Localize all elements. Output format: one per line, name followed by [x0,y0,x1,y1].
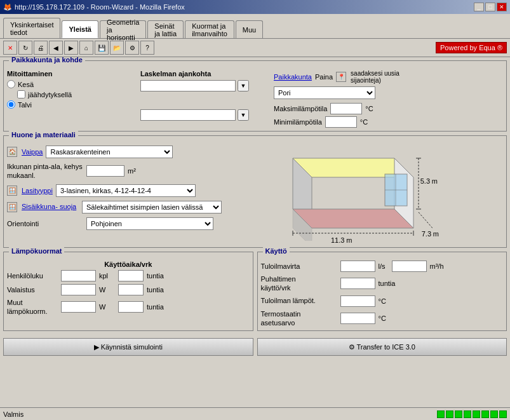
lasityyppi-icon[interactable]: 🪟 [7,186,17,196]
henkiloluku-time-unit: tuntia [147,272,169,280]
tab-kuormat[interactable]: Kuormat jailmanvaihto [185,20,234,38]
status-block-8 [499,410,507,418]
lampokuormat-title: Lämpökuormat [9,247,64,255]
jaahdytys-checkbox[interactable] [17,90,25,98]
vaippa-link[interactable]: Vaippa [22,148,43,156]
kesa-date-input[interactable]: 15 Hei 2008 [140,80,236,91]
muut-input[interactable]: 2419 [61,301,96,313]
muut-time-unit: tuntia [147,303,169,311]
help-button[interactable]: ? [140,41,154,55]
maksilampo-label: Maksimilämpötila [274,105,327,112]
bottom-buttons: ▶ Käynnistä simulointi ⚙ Transfer to ICE… [3,338,507,356]
ice-button[interactable]: ⚙ Transfer to ICE 3.0 [257,338,507,356]
close-button[interactable]: ✕ [497,3,507,11]
save-button[interactable]: 💾 [95,41,109,55]
status-label: Valmis [3,410,23,418]
paikkakunta-link[interactable]: Paikkakunta [274,73,312,81]
mitoittaminen-label: Mitoittaminen [7,70,134,78]
back-button[interactable]: ◀ [49,41,63,55]
henkiloluku-unit: kpl [99,272,115,280]
print-button[interactable]: 🖨 [34,41,48,55]
tab-yleista[interactable]: Yleistä [62,20,98,38]
dim2-label: 7.3 m [422,230,439,238]
tuloilman-label: Tuloilman lämpöt. [261,296,337,305]
tabs-row: Yksinkertaisettiedot Yleistä Geometriaja… [0,14,510,38]
puhaltimen-unit: tuntia [379,280,396,287]
henkiloluku-time-input[interactable]: 0 [118,270,144,281]
talvi-label: Talvi [18,101,32,109]
kesa-date-picker[interactable]: ▼ [238,80,249,91]
valaistus-time-input[interactable]: 9.5 [118,284,144,295]
home-button[interactable]: ⌂ [79,41,93,55]
toolbar-buttons: ✕ ↻ 🖨 ◀ ▶ ⌂ 💾 📂 ⚙ ? [3,41,154,55]
firefox-icon: 🦊 [3,3,12,11]
tuloilmavirta-unit: l/s [379,262,386,270]
tab-geometria[interactable]: Geometriajahorisontti [100,20,146,38]
lasityyppi-select[interactable]: 3-lasinen, kirkas, 4-12-4-12-4 [56,184,196,197]
simulointi-button[interactable]: ▶ Käynnistä simulointi [3,338,253,356]
tab-yleistiedot[interactable]: Yksinkertaisettiedot [3,18,60,38]
termostaatin-input[interactable]: 1 [340,313,375,324]
paikkakunta-select[interactable]: Pori [274,86,375,99]
valaistus-input[interactable]: 1200 [61,284,96,295]
valaistus-row: Valaistus 1200 W 9.5 tuntia [7,284,250,295]
ikkuna-label: Ikkunan pinta-ala, kehys mukaanl. [7,162,83,180]
henkiloluku-input[interactable]: 0 [61,270,96,281]
forward-button[interactable]: ▶ [64,41,78,55]
powered-by-label: Powered by Equa ® [436,42,507,53]
minilampo-label: Minimilämpötila [274,118,322,126]
sisaikkuna-select[interactable]: Sälekaihtimet sisimpien lasien välissä [82,201,222,213]
tab-seinat[interactable]: Seinätja lattia [147,20,184,38]
title-bar: 🦊 http://195.178.172.109 - Room-Wizard -… [0,0,510,14]
vaippa-select[interactable]: Raskasrakenteinen [46,146,173,158]
jaahdytys-label: jäähdytyksellä [28,91,72,98]
sisaikkuna-icon[interactable]: 🪟 [7,202,17,212]
open-button[interactable]: 📂 [110,41,124,55]
radio-group: Kesä jäähdytyksellä Talvi [7,80,134,109]
minilampo-input[interactable]: 5.9 [325,116,357,128]
dim1-label: 5.3 m [420,177,438,185]
huone-form: 🏠 Vaippa Raskasrakenteinen Ikkunan pinta… [7,146,255,244]
orientointi-select[interactable]: Pohjoinen [86,217,213,230]
sisaikkuna-link[interactable]: Sisäikkuna- suoja [22,202,79,211]
tab-muu[interactable]: Muu [236,20,263,38]
paikkakunta-section: Paikkakunta ja kohde Mitoittaminen Kesä … [3,60,507,132]
valaistus-unit: W [99,286,115,294]
huone-section: Huone ja materiaali 🏠 Vaippa Raskasraken… [3,135,507,248]
laskelman-label: Laskelman ajankohta [140,70,267,78]
dim3-label: 11.3 m [331,236,352,244]
talvi-date-input[interactable]: 25 Lok 2007 [140,109,236,121]
talvi-date-picker[interactable]: ▼ [238,109,249,121]
main-content: Paikkakunta ja kohde Mitoittaminen Kesä … [0,57,510,407]
valaistus-time-unit: tuntia [147,286,169,294]
kayttootsikko: Käyttöaika/vrk [7,261,250,268]
ikkuna-input[interactable]: 14.06 [86,165,124,177]
tuloilmavirta-input2[interactable]: 720 [392,261,427,272]
status-block-1 [437,410,445,418]
maksilampo-input[interactable]: 8.6 [330,103,362,114]
tuloilmavirta-label: Tuloilmavirta [261,262,337,271]
henkiloluku-row: Henkilöluku 0 kpl 0 tuntia [7,270,250,281]
muut-unit: W [99,303,115,311]
tuloilmavirta-input[interactable]: 200 [340,261,375,272]
room-diagram-container: 5.3 m 11.3 m 7.3 m [261,146,503,244]
status-block-5 [473,410,480,418]
maximize-button[interactable]: □ [485,3,495,11]
tuloilman-input[interactable]: 17.3 [340,295,375,307]
minimize-button[interactable]: _ [474,3,484,11]
puhaltimen-input[interactable]: 24 [340,278,375,289]
tuloilmavirta-row: Tuloilmavirta 200 l/s 720 m³/h [261,261,504,272]
vaippa-icon[interactable]: 🏠 [7,147,17,157]
paikkakunta-icon[interactable]: 📍 [336,72,346,82]
muut-time-input[interactable]: 9.5 [118,301,144,313]
kesa-radio[interactable] [7,80,15,88]
stop-button[interactable]: ✕ [3,41,17,55]
status-block-2 [446,410,453,418]
toolbar: ✕ ↻ 🖨 ◀ ▶ ⌂ 💾 📂 ⚙ ? Powered by Equa ® [0,38,510,57]
refresh-button[interactable]: ↻ [18,41,32,55]
lasityyppi-link[interactable]: Lasityyppi [22,187,53,194]
talvi-radio[interactable] [7,100,15,109]
settings-button[interactable]: ⚙ [125,41,139,55]
status-block-4 [464,410,471,418]
valaistus-label: Valaistus [7,286,58,294]
